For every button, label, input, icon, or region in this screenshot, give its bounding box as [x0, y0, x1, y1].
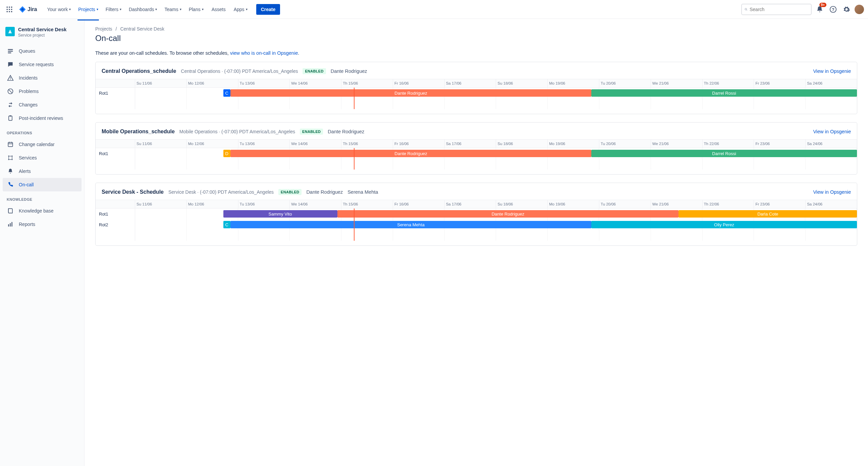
sidebar-item-reports[interactable]: Reports: [3, 217, 82, 231]
view-opsgenie-link[interactable]: View in Opsgenie: [813, 129, 851, 134]
warning-icon: [7, 74, 14, 82]
schedule-bar[interactable]: Olly Perez: [591, 221, 857, 228]
jira-logo[interactable]: Jira: [16, 6, 39, 13]
sidebar-item-knowledge-base[interactable]: Knowledge base: [3, 204, 82, 217]
view-opsgenie-link[interactable]: View in Opsgenie: [813, 190, 851, 195]
nav-item-plans[interactable]: Plans▾: [185, 4, 207, 15]
project-header[interactable]: Central Service Desk Service project: [3, 26, 82, 44]
schedule-bar[interactable]: Dante Rodriguez: [337, 210, 679, 217]
svg-rect-3: [7, 9, 8, 10]
nav-item-assets[interactable]: Assets: [208, 4, 230, 15]
now-indicator: [354, 148, 354, 170]
nav-item-your-work[interactable]: Your work▾: [43, 4, 74, 15]
day-header: Sa 24/06: [806, 140, 857, 148]
breadcrumb-leaf[interactable]: Central Service Desk: [120, 26, 164, 32]
sidebar-item-change-calendar[interactable]: Change calendar: [3, 138, 82, 151]
rotation-label: Rot1: [96, 88, 135, 98]
nav-item-filters[interactable]: Filters▾: [102, 4, 125, 15]
nav-item-projects[interactable]: Projects▾: [75, 4, 102, 15]
schedule-name: Service Desk - Schedule: [102, 189, 164, 195]
opsgenie-link[interactable]: view who is on-call in Opsgenie: [230, 50, 298, 56]
breadcrumb-root[interactable]: Projects: [95, 26, 112, 32]
calendar-icon: [7, 141, 14, 148]
search-box[interactable]: [741, 4, 812, 15]
nav-item-apps[interactable]: Apps▾: [230, 4, 251, 15]
notifications-button[interactable]: 9+: [814, 4, 825, 15]
schedule-bar[interactable]: D: [223, 150, 231, 157]
help-button[interactable]: ?: [828, 4, 838, 15]
sidebar-item-label: Change calendar: [19, 142, 55, 147]
day-header: Su 11/06: [135, 140, 187, 148]
day-header: Mo 19/06: [548, 79, 599, 87]
day-header: Mo 12/06: [187, 140, 239, 148]
chevron-down-icon: ▾: [69, 7, 71, 11]
day-header: Sa 17/06: [445, 200, 496, 208]
rotation-row: Rot1DDante RodriguezDarrel Rossi: [96, 148, 857, 159]
day-header: Su 18/06: [496, 79, 548, 87]
svg-rect-7: [9, 11, 10, 12]
section-knowledge: KNOWLEDGE: [3, 192, 82, 204]
now-indicator: [354, 88, 354, 109]
sidebar-item-post-incident-reviews[interactable]: Post-incident reviews: [3, 112, 82, 125]
sidebar-item-problems[interactable]: Problems: [3, 85, 82, 98]
settings-button[interactable]: [841, 4, 852, 15]
sidebar-item-services[interactable]: Services: [3, 151, 82, 165]
day-header: Fr 23/06: [754, 200, 806, 208]
rotation-row: Rot2CSerena MehtaOlly Perez: [96, 219, 857, 230]
schedule-bar[interactable]: Dante Rodriguez: [230, 150, 591, 157]
nav-item-teams[interactable]: Teams▾: [161, 4, 184, 15]
schedule-bar[interactable]: Darla Cote: [679, 210, 857, 217]
day-header: Su 18/06: [496, 200, 548, 208]
sidebar-item-label: Problems: [19, 89, 38, 94]
day-header: We 21/06: [651, 200, 703, 208]
sidebar-item-service-requests[interactable]: Service requests: [3, 58, 82, 71]
schedule-bar[interactable]: C: [223, 89, 231, 97]
schedule-bar[interactable]: Serena Mehta: [230, 221, 591, 228]
status-badge: ENABLED: [303, 68, 326, 74]
svg-point-24: [8, 155, 9, 156]
svg-rect-2: [11, 6, 12, 7]
sidebar-item-queues[interactable]: Queues: [3, 44, 82, 58]
help-icon: ?: [830, 6, 837, 13]
sidebar-item-changes[interactable]: Changes: [3, 98, 82, 112]
schedule-bar[interactable]: Sammy Vito: [223, 210, 337, 217]
notification-badge: 9+: [819, 3, 827, 7]
day-header: Fr 16/06: [393, 140, 445, 148]
create-button[interactable]: Create: [256, 4, 280, 15]
view-opsgenie-link[interactable]: View in Opsgenie: [813, 68, 851, 74]
sidebar-item-incidents[interactable]: Incidents: [3, 71, 82, 85]
user-avatar[interactable]: [855, 5, 864, 14]
day-header: Sa 17/06: [445, 79, 496, 87]
svg-text:?: ?: [832, 7, 834, 12]
phone-icon: [7, 181, 14, 188]
spacer-row: [96, 230, 857, 241]
svg-rect-4: [9, 9, 10, 10]
sidebar-item-alerts[interactable]: Alerts: [3, 165, 82, 178]
day-header: Th 22/06: [703, 79, 754, 87]
day-header: Mo 12/06: [187, 200, 239, 208]
day-header: Mo 19/06: [548, 140, 599, 148]
sidebar-item-label: On-call: [19, 182, 34, 187]
clipboard-icon: [7, 115, 14, 122]
app-switcher-icon[interactable]: [4, 4, 15, 15]
day-header: Sa 24/06: [806, 200, 857, 208]
schedule-bar[interactable]: Darrel Rossi: [591, 150, 857, 157]
svg-line-10: [747, 10, 747, 10]
sidebar-item-label: Alerts: [19, 169, 31, 174]
changes-icon: [7, 101, 14, 109]
chevron-down-icon: ▾: [246, 7, 248, 11]
sidebar-item-on-call[interactable]: On-call: [3, 178, 82, 192]
svg-point-25: [11, 155, 12, 156]
schedule-bar[interactable]: Darrel Rossi: [591, 89, 857, 97]
svg-rect-6: [7, 11, 8, 12]
day-header: Tu 13/06: [239, 200, 290, 208]
nav-item-dashboards[interactable]: Dashboards▾: [125, 4, 161, 15]
sidebar-item-label: Service requests: [19, 62, 54, 67]
schedule-bar[interactable]: Dante Rodriguez: [230, 89, 591, 97]
search-input[interactable]: [750, 7, 808, 12]
search-icon: [745, 7, 748, 12]
top-navigation: Jira Your work▾Projects▾Filters▾Dashboar…: [0, 0, 868, 19]
book-icon: [7, 207, 14, 214]
schedule-bar[interactable]: C: [223, 221, 231, 228]
chevron-down-icon: ▾: [202, 7, 204, 11]
